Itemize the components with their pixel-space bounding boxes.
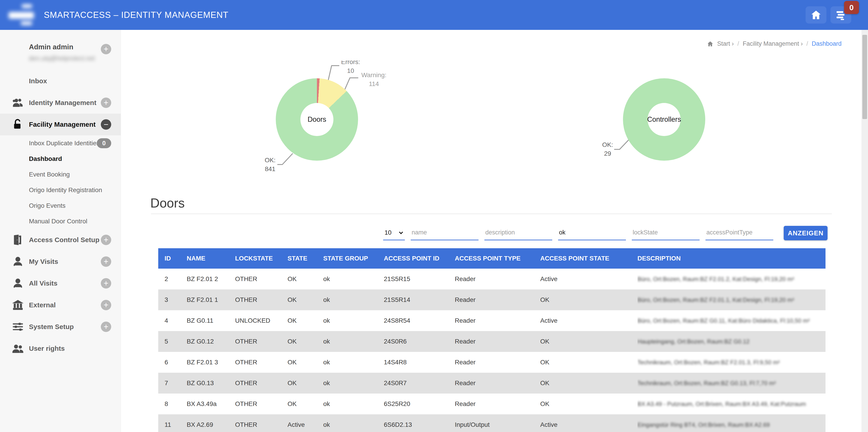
sidebar-subitem-label: Origo Identity Registration: [29, 186, 102, 194]
task-list-button[interactable]: 0: [831, 6, 851, 24]
cell-lockstate: OTHER: [235, 373, 287, 394]
sidebar-item-label: User rights: [29, 345, 65, 352]
home-button[interactable]: [806, 6, 827, 24]
top-bar: SMARTACCESS – IDENTITY MANAGEMENT 0: [0, 0, 868, 30]
sidebar-item-system-setup[interactable]: System Setup +: [0, 316, 121, 338]
column-header-access-point-state[interactable]: ACCESS POINT STATE: [540, 248, 638, 269]
table-row[interactable]: 4 BZ G0.11 UNLOCKED OK ok 24S8R54 Reader…: [158, 310, 826, 331]
column-header-name[interactable]: NAME: [187, 248, 235, 269]
page-size-value: 10: [384, 229, 392, 236]
column-header-access-point-id[interactable]: ACCESS POINT ID: [384, 248, 455, 269]
scrollbar-thumb[interactable]: [862, 35, 867, 119]
topbar-actions: 0: [806, 6, 851, 24]
cell-access-point-state: Active: [540, 269, 638, 289]
cell-name: BZ F2.01 3: [187, 352, 235, 373]
table-row[interactable]: 2 BZ F2.01 2 OTHER OK ok 21S5R15 Reader …: [158, 269, 826, 289]
breadcrumb-facility-management[interactable]: Facility Management ›: [743, 40, 803, 47]
expand-plus-icon[interactable]: +: [101, 256, 111, 267]
sidebar-item-label: External: [29, 301, 56, 309]
cell-state-group: ok: [323, 310, 384, 331]
doors-table-body: 2 BZ F2.01 2 OTHER OK ok 21S5R15 Reader …: [158, 269, 826, 432]
table-row[interactable]: 3 BZ F2.01 1 OTHER OK ok 21S5R14 Reader …: [158, 289, 826, 310]
doors-warning-callout: Warning: 114: [355, 70, 393, 88]
cell-description-blurred: Büro, Ort:Bozen, Raum:BZ F2.01.1, Kat:De…: [638, 289, 826, 310]
breadcrumb-start[interactable]: Start ›: [717, 40, 734, 47]
sidebar-item-access-control-setup[interactable]: Access Control Setup +: [0, 229, 121, 251]
expand-plus-icon[interactable]: +: [101, 97, 111, 108]
controllers-status-donut-chart[interactable]: Controllers: [623, 78, 705, 161]
sidebar: Admin admin den.utq@helprotect.net + Inb…: [0, 30, 121, 432]
sidebar-item-facility-management[interactable]: Facility Management −: [0, 114, 121, 135]
cell-description-blurred: Büro, Ort:Bozen, Raum:BZ G0.11, Kat:Büro…: [638, 310, 826, 331]
people-group-icon: [12, 97, 24, 109]
callout-value: 10: [347, 67, 354, 74]
table-row[interactable]: 7 BZ G0.13 OTHER OK ok 24S0R7 Reader OK …: [158, 373, 826, 394]
expand-plus-icon[interactable]: +: [101, 235, 111, 245]
sidebar-subitem-dashboard[interactable]: Dashboard: [0, 151, 121, 167]
lock-state-filter-input[interactable]: [632, 227, 700, 240]
duplicate-identities-badge: 0: [97, 138, 111, 148]
sidebar-item-external[interactable]: External +: [0, 294, 121, 316]
breadcrumb-separator: /: [737, 40, 739, 47]
cell-id: 6: [158, 352, 187, 373]
access-point-type-filter-input[interactable]: [706, 227, 773, 240]
state-group-filter-input[interactable]: [558, 227, 626, 240]
table-row[interactable]: 5 BZ G0.12 OTHER OK ok 24S0R6 Reader OK …: [158, 331, 826, 352]
description-filter-input[interactable]: [485, 227, 552, 240]
cell-access-point-state: OK: [540, 289, 638, 310]
expand-plus-icon[interactable]: +: [101, 322, 111, 332]
doors-status-donut-chart[interactable]: Doors: [276, 78, 358, 161]
collapse-minus-icon[interactable]: −: [101, 119, 111, 130]
sidebar-item-my-visits[interactable]: My Visits +: [0, 251, 121, 272]
doors-chart-center-label: Doors: [276, 115, 358, 123]
page-size-select[interactable]: 10: [383, 227, 405, 240]
column-header-lockstate[interactable]: LOCKSTATE: [235, 248, 287, 269]
sidebar-item-label: Inbox: [29, 77, 47, 85]
show-button[interactable]: ANZEIGEN: [784, 226, 828, 240]
bank-icon: [12, 299, 24, 311]
doors-ok-callout: OK: 841: [256, 156, 284, 173]
breadcrumb-current-dashboard[interactable]: Dashboard: [812, 40, 842, 47]
two-people-icon: [12, 342, 24, 355]
cell-id: 11: [158, 414, 187, 432]
table-row[interactable]: 11 BX A2.69 OTHER Active ok 6S6D2.13 Inp…: [158, 414, 826, 432]
main-content: Start › / Facility Management › / Dashbo…: [121, 30, 862, 432]
sidebar-subitem-origo-identity-registration[interactable]: Origo Identity Registration: [0, 182, 121, 198]
column-header-access-point-type[interactable]: ACCESS POINT TYPE: [455, 248, 540, 269]
table-row[interactable]: 8 BX A3.49a OTHER OK ok 6S25R20 Reader O…: [158, 394, 826, 414]
cell-id: 2: [158, 269, 187, 289]
home-icon: [810, 9, 822, 21]
cell-name: BZ F2.01 1: [187, 289, 235, 310]
cell-state-group: ok: [323, 331, 384, 352]
sidebar-subitem-inbox-duplicate-identities[interactable]: Inbox Duplicate Identities 0: [0, 135, 121, 151]
door-icon: [12, 234, 24, 246]
callout-value: 841: [265, 166, 276, 172]
sidebar-subitem-origo-events[interactable]: Origo Events: [0, 198, 121, 213]
column-header-state[interactable]: STATE: [287, 248, 323, 269]
cell-name: BZ G0.13: [187, 373, 235, 394]
column-header-id[interactable]: ID: [158, 248, 187, 269]
sidebar-subitem-event-booking[interactable]: Event Booking: [0, 167, 121, 182]
expand-plus-icon[interactable]: +: [101, 300, 111, 310]
cell-description-blurred: Eingangstür Ring BT4, Ort:Brixen, Raum:B…: [638, 414, 826, 432]
sidebar-item-all-visits[interactable]: All Visits +: [0, 272, 121, 294]
table-row[interactable]: 6 BZ F2.01 3 OTHER OK ok 14S4R8 Reader O…: [158, 352, 826, 373]
user-expand-button[interactable]: +: [101, 44, 111, 54]
column-header-state-group[interactable]: STATE GROUP: [323, 248, 384, 269]
section-divider: [151, 213, 832, 214]
sidebar-item-user-rights[interactable]: User rights: [0, 338, 121, 359]
expand-plus-icon[interactable]: +: [101, 278, 111, 289]
cell-id: 7: [158, 373, 187, 394]
sidebar-subitem-manual-door-control[interactable]: Manual Door Control: [0, 213, 121, 229]
sidebar-subitem-label: Origo Events: [29, 202, 66, 209]
cell-description-blurred: Technikraum, Ort:Bozen, Raum:BZ G0.13, F…: [638, 373, 826, 394]
cell-description-blurred: BX A3.49 - Putzraum, Ort:Brixen, Raum:BX…: [638, 394, 826, 414]
sidebar-item-identity-management[interactable]: Identity Management +: [0, 92, 121, 114]
scrollbar[interactable]: [862, 30, 868, 432]
sidebar-item-inbox[interactable]: Inbox: [0, 70, 121, 92]
column-header-description[interactable]: DESCRIPTION: [638, 248, 826, 269]
cell-name: BZ F2.01 2: [187, 269, 235, 289]
cell-access-point-type: Reader: [455, 373, 540, 394]
name-filter-input[interactable]: [411, 227, 478, 240]
cell-state-group: ok: [323, 352, 384, 373]
